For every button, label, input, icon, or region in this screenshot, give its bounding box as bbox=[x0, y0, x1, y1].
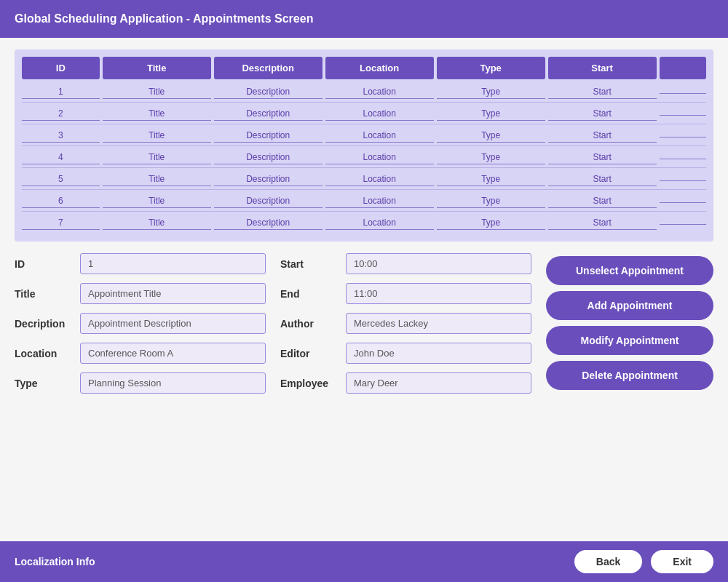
exit-button[interactable]: Exit bbox=[651, 550, 713, 573]
form-area: ID Title Decription Location Type bbox=[15, 253, 713, 394]
field-end: End bbox=[280, 283, 531, 304]
modify-appointment-button[interactable]: Modify Appointment bbox=[546, 326, 713, 355]
location-label: Location bbox=[15, 348, 73, 359]
location-input[interactable] bbox=[80, 343, 266, 364]
table-cell: Start bbox=[548, 85, 657, 99]
table-body: 1TitleDescriptionLocationTypeStart2Title… bbox=[22, 82, 706, 233]
table-cell: Start bbox=[548, 172, 657, 186]
table-row[interactable]: 4TitleDescriptionLocationTypeStart bbox=[22, 148, 706, 168]
table-cell: Location bbox=[325, 172, 434, 186]
col-header-id: ID bbox=[22, 57, 100, 79]
table-cell bbox=[660, 156, 706, 159]
table-cell: Title bbox=[103, 216, 211, 230]
table-cell: Start bbox=[548, 194, 657, 208]
editor-input[interactable] bbox=[346, 343, 531, 364]
form-middle: Start End Author Editor Employee bbox=[280, 253, 531, 394]
table-cell: Title bbox=[103, 194, 211, 208]
id-input[interactable] bbox=[80, 253, 266, 274]
table-cell: Location bbox=[325, 151, 434, 164]
table-cell bbox=[660, 134, 706, 137]
table-row[interactable]: 2TitleDescriptionLocationTypeStart bbox=[22, 104, 706, 124]
author-input[interactable] bbox=[346, 313, 531, 334]
description-label: Decription bbox=[15, 318, 73, 330]
employee-input[interactable] bbox=[346, 372, 531, 394]
start-input[interactable] bbox=[346, 253, 531, 274]
table-cell: 6 bbox=[22, 194, 100, 208]
table-cell: Location bbox=[325, 107, 434, 121]
table-cell: Type bbox=[437, 85, 545, 99]
end-label: End bbox=[280, 288, 339, 300]
id-label: ID bbox=[15, 258, 73, 270]
table-cell: Type bbox=[437, 151, 545, 164]
table-cell: Location bbox=[325, 129, 434, 143]
table-cell bbox=[660, 90, 706, 94]
localization-info: Localization Info bbox=[15, 556, 95, 567]
form-left: ID Title Decription Location Type bbox=[15, 253, 266, 394]
table-cell: 3 bbox=[22, 129, 100, 143]
table-cell: Location bbox=[325, 194, 434, 208]
action-buttons: Unselect Appointment Add Appointment Mod… bbox=[546, 256, 713, 390]
table-row[interactable]: 7TitleDescriptionLocationTypeStart bbox=[22, 213, 706, 233]
table-cell: Title bbox=[103, 107, 211, 121]
title-label: Title bbox=[15, 288, 73, 300]
col-header-extra bbox=[660, 57, 706, 79]
table-cell: 7 bbox=[22, 216, 100, 230]
table-cell bbox=[660, 112, 706, 116]
delete-appointment-button[interactable]: Delete Appointment bbox=[546, 361, 713, 390]
title-input[interactable] bbox=[80, 283, 266, 304]
col-header-location: Location bbox=[325, 57, 434, 79]
footer-buttons: Back Exit bbox=[574, 550, 713, 573]
col-header-description: Description bbox=[214, 57, 323, 79]
field-employee: Employee bbox=[280, 372, 531, 394]
table-cell: 5 bbox=[22, 172, 100, 186]
col-header-type: Type bbox=[437, 57, 545, 79]
table-cell bbox=[660, 199, 706, 203]
table-cell: 4 bbox=[22, 151, 100, 164]
table-cell: Title bbox=[103, 172, 211, 186]
table-row[interactable]: 1TitleDescriptionLocationTypeStart bbox=[22, 82, 706, 103]
field-editor: Editor bbox=[280, 343, 531, 364]
table-cell: Title bbox=[103, 151, 211, 164]
table-cell: Description bbox=[214, 172, 323, 186]
table-cell: Description bbox=[214, 151, 323, 164]
main-content: ID Title Description Location Type Start… bbox=[0, 38, 728, 541]
start-label: Start bbox=[280, 258, 339, 270]
table-cell: Title bbox=[103, 85, 211, 99]
col-header-title: Title bbox=[103, 57, 211, 79]
table-cell: Description bbox=[214, 129, 323, 143]
unselect-appointment-button[interactable]: Unselect Appointment bbox=[546, 256, 713, 285]
field-start: Start bbox=[280, 253, 531, 274]
table-cell: Start bbox=[548, 129, 657, 143]
end-input[interactable] bbox=[346, 283, 531, 304]
table-cell: Type bbox=[437, 172, 545, 186]
table-header: ID Title Description Location Type Start bbox=[22, 57, 706, 79]
add-appointment-button[interactable]: Add Appointment bbox=[546, 291, 713, 320]
table-row[interactable]: 3TitleDescriptionLocationTypeStart bbox=[22, 126, 706, 146]
table-cell: Start bbox=[548, 216, 657, 230]
editor-label: Editor bbox=[280, 348, 339, 359]
table-cell: 1 bbox=[22, 85, 100, 99]
table-cell: Title bbox=[103, 129, 211, 143]
table-cell: Description bbox=[214, 216, 323, 230]
footer: Localization Info Back Exit bbox=[0, 541, 728, 582]
field-location: Location bbox=[15, 343, 266, 364]
app-header: Global Scheduling Application - Appointm… bbox=[0, 0, 728, 38]
table-cell: 2 bbox=[22, 107, 100, 121]
author-label: Author bbox=[280, 318, 339, 330]
back-button[interactable]: Back bbox=[574, 550, 642, 573]
employee-label: Employee bbox=[280, 378, 339, 389]
appointments-table: ID Title Description Location Type Start… bbox=[15, 49, 713, 242]
type-input[interactable] bbox=[80, 372, 266, 394]
table-cell bbox=[660, 221, 706, 225]
field-id: ID bbox=[15, 253, 266, 274]
table-cell: Description bbox=[214, 107, 323, 121]
field-title: Title bbox=[15, 283, 266, 304]
table-cell bbox=[660, 178, 706, 181]
table-row[interactable]: 5TitleDescriptionLocationTypeStart bbox=[22, 170, 706, 190]
table-row[interactable]: 6TitleDescriptionLocationTypeStart bbox=[22, 191, 706, 212]
type-label: Type bbox=[15, 378, 73, 389]
table-cell: Location bbox=[325, 85, 434, 99]
description-input[interactable] bbox=[80, 313, 266, 334]
col-header-start: Start bbox=[548, 57, 657, 79]
table-cell: Description bbox=[214, 85, 323, 99]
